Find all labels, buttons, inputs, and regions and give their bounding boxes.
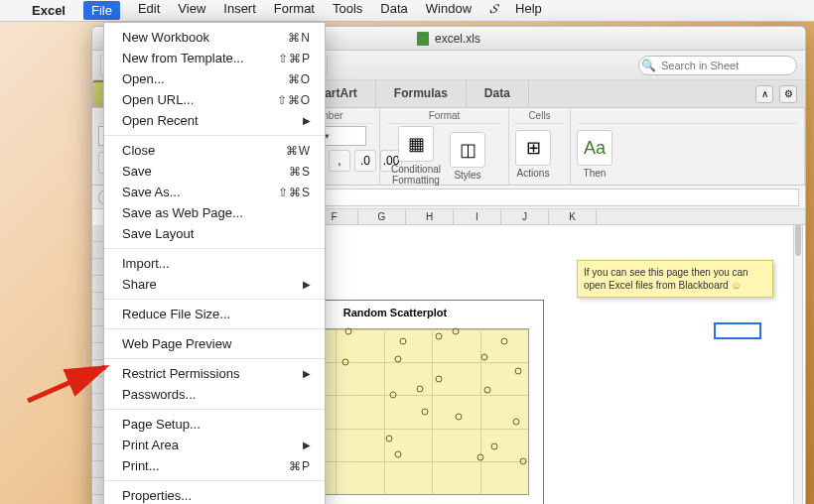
menu-item-label: Passwords... xyxy=(122,387,196,402)
menu-item-save-as[interactable]: Save As...⇧⌘S xyxy=(104,182,325,202)
menu-item-label: Web Page Preview xyxy=(122,336,231,351)
chart-point xyxy=(417,385,424,392)
styles-button[interactable]: ◫ Styles xyxy=(450,132,485,181)
menu-item-properties[interactable]: Properties... xyxy=(104,485,325,504)
menu-item-label: Close xyxy=(122,143,155,158)
menu-shortcut: ⌘O xyxy=(288,72,311,86)
menu-item-label: Share xyxy=(122,277,157,292)
menu-shortcut: ⇧⌘P xyxy=(278,52,311,65)
menu-shortcut: ⌘N xyxy=(288,31,311,45)
menu-file[interactable]: File xyxy=(83,1,120,20)
chart-point xyxy=(390,392,397,399)
menu-item-close[interactable]: Close⌘W xyxy=(104,140,325,161)
menu-shortcut: ⌘P xyxy=(289,459,311,473)
ribbon-collapse-icon[interactable]: ∧ xyxy=(755,85,773,103)
themes-button[interactable]: Aa Then xyxy=(577,130,612,179)
menu-help[interactable]: Help xyxy=(515,1,542,20)
menu-item-new-workbook[interactable]: New Workbook⌘N xyxy=(104,27,325,48)
chart-point xyxy=(385,435,392,441)
ribbon-options-icon[interactable]: ⚙ xyxy=(779,85,797,103)
chart-point xyxy=(421,409,428,416)
menu-item-label: Print Area xyxy=(122,438,179,452)
col-header-J[interactable]: J xyxy=(501,209,549,224)
chart-point xyxy=(476,454,483,461)
menu-item-label: Print... xyxy=(122,458,160,473)
menu-view[interactable]: View xyxy=(178,1,205,20)
menu-data[interactable]: Data xyxy=(380,1,407,20)
ribbon-tab-data[interactable]: Data xyxy=(467,80,529,107)
menu-shortcut: ⌘S xyxy=(289,165,311,179)
menu-format[interactable]: Format xyxy=(274,1,315,20)
chart-point xyxy=(395,355,402,362)
menu-item-print-area[interactable]: Print Area▶ xyxy=(104,435,325,455)
submenu-arrow-icon: ▶ xyxy=(303,440,311,450)
file-menu: New Workbook⌘NNew from Template...⇧⌘POpe… xyxy=(103,22,326,504)
menu-item-restrict-permissions[interactable]: Restrict Permissions▶ xyxy=(104,363,325,384)
menu-insert[interactable]: Insert xyxy=(223,1,256,20)
vertical-scrollbar[interactable] xyxy=(793,211,803,504)
menu-separator xyxy=(104,480,325,481)
menu-shortcut: ⌘W xyxy=(286,144,311,158)
menu-shortcut: ⇧⌘S xyxy=(278,186,311,199)
menu-separator xyxy=(104,328,325,329)
menu-item-label: New from Template... xyxy=(122,51,244,65)
chart-point xyxy=(395,451,402,458)
col-header-G[interactable]: G xyxy=(358,209,406,224)
ribbon-tab-formulas[interactable]: Formulas xyxy=(376,80,467,107)
col-header-K[interactable]: K xyxy=(549,209,597,224)
menu-item-open-recent[interactable]: Open Recent▶ xyxy=(104,110,325,131)
chart-point xyxy=(400,337,407,344)
menu-item-save-layout[interactable]: Save Layout xyxy=(104,223,325,244)
ribbon-group-cells: Cells ⊞ Actions xyxy=(509,108,571,185)
menu-separator xyxy=(104,135,325,136)
menu-item-open[interactable]: Open...⌘O xyxy=(104,68,325,89)
menu-item-label: Open... xyxy=(122,71,165,86)
col-header-I[interactable]: I xyxy=(454,209,501,224)
menu-item-label: Save xyxy=(122,164,152,179)
menu-item-save-as-web-page[interactable]: Save as Web Page... xyxy=(104,202,325,223)
chart-point xyxy=(512,418,519,425)
menu-item-passwords[interactable]: Passwords... xyxy=(104,384,325,405)
comma-icon[interactable]: , xyxy=(329,150,350,172)
menu-item-label: Save As... xyxy=(122,185,181,199)
menu-item-new-from-template[interactable]: New from Template...⇧⌘P xyxy=(104,48,325,68)
menu-shortcut: ⇧⌘O xyxy=(277,93,311,107)
menu-item-import[interactable]: Import... xyxy=(104,253,325,274)
chart-point xyxy=(491,442,498,449)
menu-item-print[interactable]: Print...⌘P xyxy=(104,455,325,476)
menu-item-label: Import... xyxy=(122,256,170,271)
chart-point xyxy=(344,327,351,334)
col-header-H[interactable]: H xyxy=(406,209,454,224)
conditional-formatting-button[interactable]: ▦ Conditional Formatting xyxy=(386,126,446,186)
menu-window[interactable]: Window xyxy=(426,1,472,20)
actions-button[interactable]: ⊞ Actions xyxy=(515,130,551,179)
selected-cell[interactable] xyxy=(714,322,761,339)
menu-item-label: Open URL... xyxy=(122,92,194,107)
menu-edit[interactable]: Edit xyxy=(138,1,160,20)
chart-point xyxy=(342,359,349,366)
menu-item-save[interactable]: Save⌘S xyxy=(104,161,325,182)
menu-item-label: New Workbook xyxy=(122,30,209,45)
menu-item-label: Save Layout xyxy=(122,226,194,241)
menu-item-label: Open Recent xyxy=(122,113,199,128)
themes-icon: Aa xyxy=(577,130,612,166)
menu-item-web-page-preview[interactable]: Web Page Preview xyxy=(104,333,325,354)
app-menu[interactable]: Excel xyxy=(32,3,66,18)
chart-point xyxy=(436,375,443,382)
menu-tools[interactable]: Tools xyxy=(333,1,362,20)
chart-point xyxy=(515,367,522,374)
menu-item-open-url[interactable]: Open URL...⇧⌘O xyxy=(104,89,325,110)
menu-𝓢[interactable]: 𝓢 xyxy=(489,1,497,20)
menu-item-reduce-file-size[interactable]: Reduce File Size... xyxy=(104,304,325,324)
search-input[interactable] xyxy=(638,56,797,75)
menu-item-label: Restrict Permissions xyxy=(122,366,239,381)
menu-separator xyxy=(104,358,325,359)
group-title-format: Format xyxy=(386,110,502,124)
document-icon xyxy=(417,32,429,46)
menu-item-page-setup[interactable]: Page Setup... xyxy=(104,414,325,435)
menu-item-share[interactable]: Share▶ xyxy=(104,274,325,295)
decrease-decimal-icon[interactable]: .0 xyxy=(354,150,376,172)
styles-icon: ◫ xyxy=(450,132,485,168)
annotation-arrow xyxy=(24,353,123,416)
chart-point xyxy=(453,327,460,334)
